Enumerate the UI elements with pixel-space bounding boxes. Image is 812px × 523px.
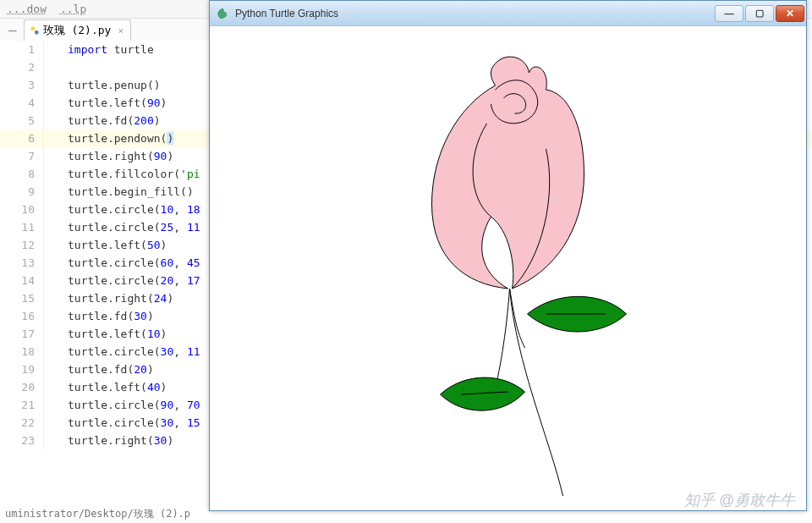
line-number: 20	[0, 378, 44, 396]
menu-window[interactable]: ...dow	[7, 3, 47, 15]
code-content[interactable]: turtle.circle(30, 11	[68, 343, 200, 361]
titlebar[interactable]: Python Turtle Graphics — ▢ ✕	[210, 1, 806, 26]
line-number: 8	[0, 165, 44, 183]
tab-label: 玫瑰 (2).py	[43, 23, 112, 38]
turtle-canvas	[210, 26, 806, 510]
code-content[interactable]: turtle.right(90)	[68, 147, 173, 165]
tab-collapse-icon[interactable]: —	[8, 22, 17, 38]
line-number: 14	[0, 272, 44, 289]
code-content[interactable]: turtle.right(30)	[68, 432, 173, 449]
line-number: 11	[0, 218, 44, 236]
line-number: 3	[0, 76, 44, 94]
code-content[interactable]: turtle.right(24)	[68, 289, 173, 307]
line-number: 2	[0, 58, 44, 76]
minimize-button[interactable]: —	[715, 5, 743, 22]
line-number: 5	[0, 112, 44, 129]
line-number: 22	[0, 414, 44, 432]
code-content[interactable]: turtle.fd(20)	[68, 361, 154, 378]
line-number: 12	[0, 236, 44, 254]
menu-help[interactable]: ..lp	[60, 3, 86, 15]
maximize-button[interactable]: ▢	[745, 5, 774, 22]
editor-tab[interactable]: 玫瑰 (2).py ×	[24, 19, 131, 41]
code-content[interactable]: turtle.left(10)	[68, 325, 167, 343]
code-content[interactable]: import turtle	[68, 41, 154, 58]
code-content[interactable]: turtle.penup()	[68, 76, 161, 94]
line-number: 21	[0, 396, 44, 414]
code-content[interactable]: turtle.circle(10, 18	[68, 201, 200, 218]
code-content[interactable]: turtle.circle(30, 15	[68, 414, 200, 432]
code-content[interactable]: turtle.pendown()	[68, 129, 173, 147]
code-content[interactable]: turtle.circle(90, 70	[68, 396, 200, 414]
code-content[interactable]: turtle.left(40)	[68, 378, 167, 396]
line-number: 13	[0, 254, 44, 272]
code-content[interactable]: turtle.left(50)	[68, 236, 167, 254]
line-number: 18	[0, 343, 44, 361]
line-number: 4	[0, 94, 44, 112]
turtle-window[interactable]: Python Turtle Graphics — ▢ ✕	[209, 0, 807, 511]
code-content[interactable]: turtle.circle(60, 45	[68, 254, 200, 272]
code-content[interactable]: turtle.circle(25, 11	[68, 218, 200, 236]
line-number: 6	[0, 129, 44, 147]
svg-rect-3	[35, 30, 39, 35]
close-button[interactable]: ✕	[776, 5, 804, 22]
line-number: 15	[0, 289, 44, 307]
code-content[interactable]: turtle.circle(20, 17	[68, 272, 200, 289]
code-content[interactable]: turtle.fillcolor('pi	[68, 165, 200, 183]
line-number: 19	[0, 361, 44, 378]
python-file-icon	[30, 25, 40, 36]
line-number: 23	[0, 432, 44, 449]
window-buttons: — ▢ ✕	[713, 5, 804, 22]
window-title: Python Turtle Graphics	[235, 8, 708, 19]
tab-close-icon[interactable]: ×	[118, 25, 123, 36]
watermark: 知乎 @勇敢牛牛	[684, 490, 795, 510]
status-bar: uministrator/Desktop/玫瑰 (2).p	[0, 505, 195, 523]
line-number: 16	[0, 307, 44, 325]
line-number: 1	[0, 41, 44, 58]
turtle-app-icon	[217, 7, 230, 20]
code-content[interactable]: turtle.fd(200)	[68, 112, 161, 129]
code-content[interactable]: turtle.fd(30)	[68, 307, 154, 325]
line-number: 10	[0, 201, 44, 218]
code-content[interactable]: turtle.begin_fill()	[68, 183, 194, 201]
code-content[interactable]: turtle.left(90)	[68, 94, 167, 112]
line-number: 17	[0, 325, 44, 343]
line-number: 7	[0, 147, 44, 165]
line-number: 9	[0, 183, 44, 201]
svg-rect-2	[30, 27, 35, 31]
